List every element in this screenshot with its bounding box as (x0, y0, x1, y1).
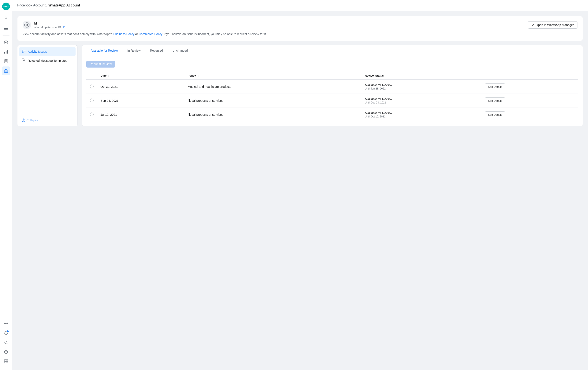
sidebar: Sobot ⌂ ? (0, 0, 12, 370)
search-icon[interactable] (2, 338, 10, 347)
row-policy-0: Medical and healthcare products (184, 80, 361, 94)
col-action (481, 72, 578, 80)
row-action-2[interactable]: See Details (481, 108, 578, 122)
svg-rect-21 (6, 362, 8, 363)
account-info: B M WhatsApp Account ID: 11 (23, 21, 66, 29)
account-id-label: WhatsApp Account ID: (34, 26, 62, 29)
tab-unchanged[interactable]: Unchanged (168, 45, 192, 56)
see-details-button-2[interactable]: See Details (485, 112, 505, 118)
request-review-label: Request Review (90, 62, 112, 66)
notification-icon[interactable] (2, 329, 10, 337)
svg-rect-4 (4, 52, 5, 53)
col-review-status: Review Status (361, 72, 481, 80)
main-content: Facebook Account / WhatsApp Account B M … (12, 0, 588, 370)
rejected-templates-icon (22, 58, 26, 63)
svg-rect-6 (7, 50, 8, 53)
avatar-label: Sobot (3, 5, 9, 8)
collapse-label: Collapse (26, 119, 38, 122)
radio-button-2[interactable] (90, 113, 94, 116)
radio-button-0[interactable] (90, 84, 94, 88)
collapse-button[interactable]: Collapse (19, 116, 75, 124)
table-row: Jul 12, 2021 Illegal products or service… (86, 108, 578, 122)
row-select-1[interactable] (86, 94, 97, 108)
content-area: B M WhatsApp Account ID: 11 Open in What… (12, 11, 588, 370)
svg-text:B: B (26, 23, 28, 27)
svg-point-13 (5, 323, 7, 324)
radio-button-1[interactable] (90, 99, 94, 103)
rejected-templates-label: Rejected Message Templates (28, 59, 67, 62)
open-manager-label: Open in WhatsApp Manager (536, 23, 574, 27)
tab-in-review[interactable]: In Review (123, 45, 145, 56)
account-card: B M WhatsApp Account ID: 11 Open in What… (17, 16, 583, 41)
account-id-value: 1 (64, 26, 66, 29)
row-action-0[interactable]: See Details (481, 80, 578, 94)
grid-icon[interactable] (2, 357, 10, 366)
row-action-1[interactable]: See Details (481, 94, 578, 108)
left-panel-items: Activity Issues Rejected Message Templat… (19, 47, 75, 65)
row-select-0[interactable] (86, 80, 97, 94)
see-details-button-1[interactable]: See Details (485, 97, 505, 104)
row-status-2: Available for Review Until Oct 10, 2021 (361, 108, 481, 122)
svg-rect-20 (4, 362, 6, 363)
row-policy-1: Illegal products or services (184, 94, 361, 108)
svg-rect-2 (4, 30, 8, 30)
commerce-policy-link[interactable]: Commerce Policy (139, 32, 162, 36)
row-date-2: Jul 12, 2021 (97, 108, 184, 122)
row-status-1: Available for Review Until Dec 23, 2021 (361, 94, 481, 108)
body-layout: Activity Issues Rejected Message Templat… (17, 45, 583, 126)
account-id-number: 1 (63, 26, 64, 29)
tabs-container: Available for Review In Review Reversed … (82, 45, 583, 56)
right-panel: Available for Review In Review Reversed … (82, 45, 583, 126)
policy-sort-icon: ↕ (198, 74, 199, 77)
svg-rect-18 (4, 360, 6, 361)
svg-point-27 (22, 50, 23, 51)
settings-icon[interactable] (2, 319, 10, 328)
home-icon[interactable]: ⌂ (2, 13, 10, 21)
svg-point-28 (22, 51, 23, 52)
help-icon[interactable]: ? (2, 348, 10, 356)
avatar[interactable]: Sobot (2, 3, 10, 10)
page-header: Facebook Account / WhatsApp Account (12, 0, 588, 11)
see-details-button-0[interactable]: See Details (485, 83, 505, 90)
account-description: View account activity and assets that do… (23, 32, 578, 36)
facebook-account-label: Facebook Account (17, 3, 46, 7)
svg-line-15 (7, 343, 8, 344)
issues-table: Date ↕ Policy ↕ Review Status (86, 72, 578, 122)
row-status-0: Available for Review Until Jan 28, 2022 (361, 80, 481, 94)
account-id: WhatsApp Account ID: 11 (34, 26, 66, 29)
menu-icon[interactable] (2, 24, 10, 33)
row-policy-2: Illegal products or services (184, 108, 361, 122)
col-date[interactable]: Date ↕ (97, 72, 184, 80)
svg-point-3 (4, 41, 8, 44)
row-date-1: Sep 24, 2021 (97, 94, 184, 108)
activity-issues-icon (22, 49, 26, 54)
sidebar-item-activity-issues[interactable]: Activity Issues (19, 47, 75, 56)
svg-point-29 (22, 52, 23, 53)
svg-rect-5 (6, 51, 6, 53)
edit-icon[interactable] (2, 38, 10, 47)
account-name: M (34, 21, 66, 26)
tab-reversed[interactable]: Reversed (146, 45, 167, 56)
svg-text:?: ? (5, 351, 6, 354)
contact-icon[interactable] (2, 57, 10, 66)
request-review-button[interactable]: Request Review (86, 61, 115, 68)
svg-rect-19 (6, 360, 8, 361)
date-sort-icon: ↕ (108, 74, 110, 77)
left-panel: Activity Issues Rejected Message Templat… (17, 45, 77, 126)
sidebar-item-rejected-templates[interactable]: Rejected Message Templates (19, 56, 75, 65)
table-row: Oct 30, 2021 Medical and healthcare prod… (86, 80, 578, 94)
svg-rect-0 (4, 27, 8, 27)
chart-icon[interactable] (2, 48, 10, 56)
table-area: Request Review Date ↕ Polic (82, 56, 583, 126)
tab-available-for-review[interactable]: Available for Review (86, 45, 122, 56)
whatsapp-account-label: WhatsApp Account (48, 3, 80, 7)
open-manager-button[interactable]: Open in WhatsApp Manager (528, 21, 578, 29)
briefcase-icon[interactable] (2, 66, 10, 75)
table-row: Sep 24, 2021 Illegal products or service… (86, 94, 578, 108)
col-policy[interactable]: Policy ↕ (184, 72, 361, 80)
col-select (86, 72, 97, 80)
account-icon: B (23, 21, 31, 29)
row-select-2[interactable] (86, 108, 97, 122)
svg-point-14 (5, 341, 7, 344)
business-policy-link[interactable]: Business Policy (113, 32, 134, 36)
